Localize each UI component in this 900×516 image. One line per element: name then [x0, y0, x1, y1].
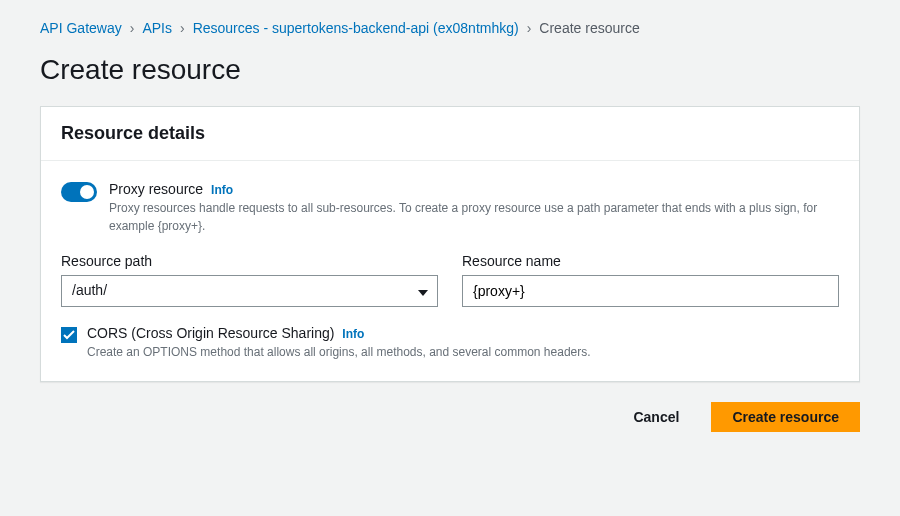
- proxy-resource-label: Proxy resource: [109, 181, 203, 197]
- resource-path-label: Resource path: [61, 253, 438, 269]
- cors-checkbox[interactable]: [61, 327, 77, 343]
- proxy-resource-toggle[interactable]: [61, 182, 97, 202]
- resource-details-panel: Resource details Proxy resource Info Pro…: [40, 106, 860, 382]
- chevron-right-icon: ›: [130, 20, 135, 36]
- chevron-right-icon: ›: [180, 20, 185, 36]
- panel-header: Resource details: [41, 107, 859, 161]
- cancel-button[interactable]: Cancel: [613, 403, 699, 431]
- breadcrumb-current: Create resource: [539, 20, 639, 36]
- check-icon: [63, 330, 75, 340]
- resource-name-label: Resource name: [462, 253, 839, 269]
- proxy-info-link[interactable]: Info: [211, 183, 233, 197]
- breadcrumb-link-api-gateway[interactable]: API Gateway: [40, 20, 122, 36]
- resource-path-select[interactable]: /auth/: [61, 275, 438, 307]
- page-title: Create resource: [40, 54, 860, 86]
- cors-info-link[interactable]: Info: [342, 327, 364, 341]
- breadcrumb-link-apis[interactable]: APIs: [142, 20, 172, 36]
- cors-help-text: Create an OPTIONS method that allows all…: [87, 343, 591, 361]
- resource-name-input[interactable]: [462, 275, 839, 307]
- cors-label: CORS (Cross Origin Resource Sharing): [87, 325, 334, 341]
- chevron-right-icon: ›: [527, 20, 532, 36]
- create-resource-button[interactable]: Create resource: [711, 402, 860, 432]
- breadcrumb: API Gateway › APIs › Resources - superto…: [40, 20, 860, 36]
- proxy-help-text: Proxy resources handle requests to all s…: [109, 199, 839, 235]
- breadcrumb-link-resources[interactable]: Resources - supertokens-backend-api (ex0…: [193, 20, 519, 36]
